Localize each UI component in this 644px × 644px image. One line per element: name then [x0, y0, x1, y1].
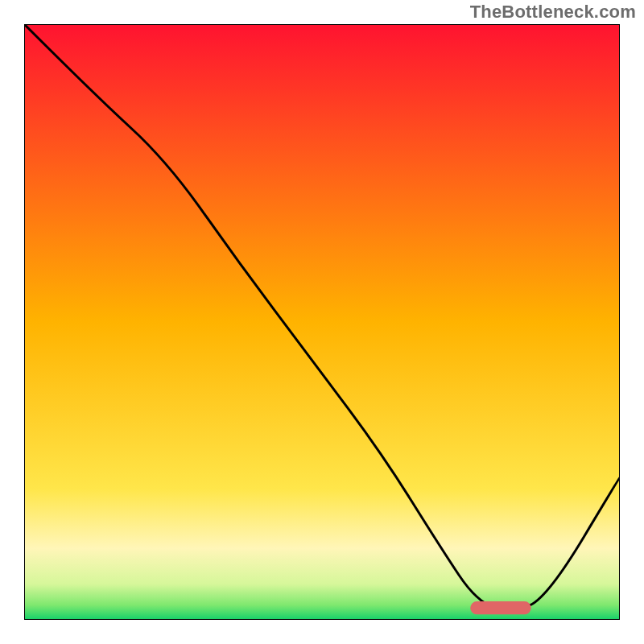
watermark-text: TheBottleneck.com — [470, 2, 636, 23]
chart-container: TheBottleneck.com — [0, 0, 644, 644]
bottleneck-chart — [24, 24, 620, 620]
plot-background — [24, 24, 620, 620]
